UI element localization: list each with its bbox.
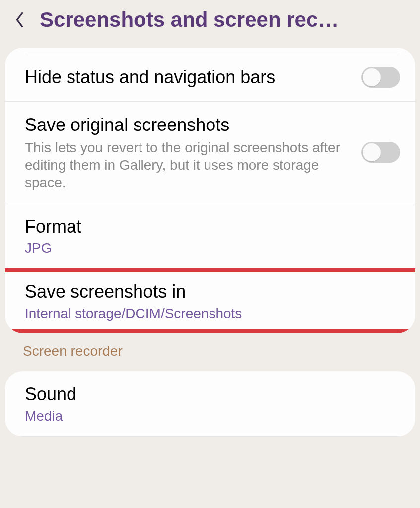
page-title: Screenshots and screen rec…	[40, 8, 339, 32]
setting-description: This lets you revert to the original scr…	[25, 139, 347, 191]
setting-value: Internal storage/DCIM/Screenshots	[25, 306, 400, 321]
recorder-card: Sound Media	[5, 371, 415, 437]
toggle-knob	[363, 143, 381, 161]
setting-save-original[interactable]: Save original screenshots This lets you …	[5, 102, 415, 203]
section-header-recorder: Screen recorder	[0, 333, 420, 363]
setting-title: Save screenshots in	[25, 280, 400, 304]
toggle-save-original[interactable]	[361, 142, 400, 163]
setting-format[interactable]: Format JPG	[5, 203, 415, 269]
setting-save-location[interactable]: Save screenshots in Internal storage/DCI…	[5, 268, 415, 333]
setting-title: Hide status and navigation bars	[25, 66, 347, 89]
toggle-hide-status-bars[interactable]	[361, 67, 400, 88]
setting-title: Sound	[25, 383, 400, 406]
setting-hide-status-bars[interactable]: Hide status and navigation bars	[5, 54, 415, 102]
setting-value: JPG	[25, 240, 400, 256]
settings-card: Hide status and navigation bars Save ori…	[5, 48, 415, 333]
setting-title: Save original screenshots	[25, 114, 347, 137]
setting-title: Format	[25, 215, 400, 239]
toggle-knob	[363, 68, 381, 86]
setting-sound[interactable]: Sound Media	[5, 371, 415, 437]
setting-value: Media	[25, 408, 400, 424]
back-icon[interactable]	[12, 12, 28, 28]
header: Screenshots and screen rec…	[0, 0, 420, 40]
